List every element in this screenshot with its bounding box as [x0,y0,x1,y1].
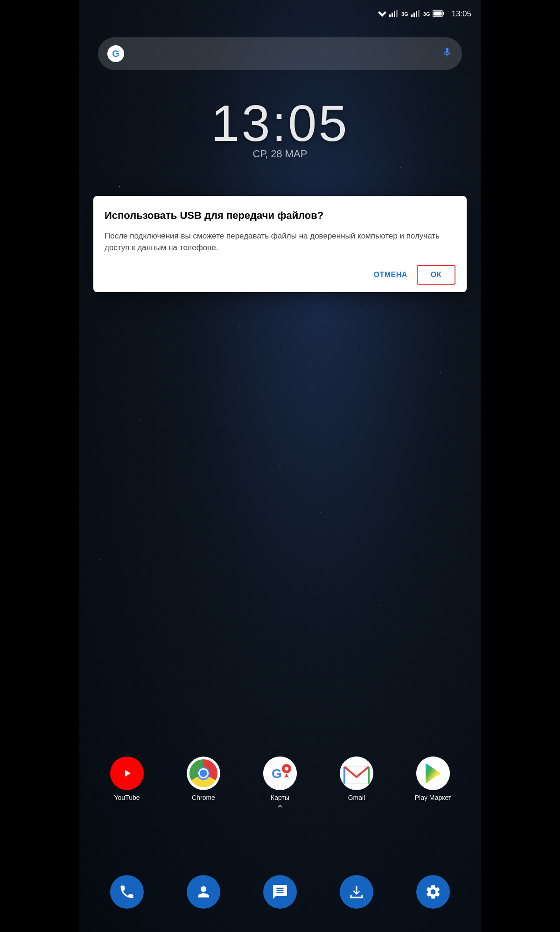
svg-rect-4 [396,10,398,17]
mic-icon[interactable] [441,47,453,61]
dialog-body: После подключения вы сможете передавать … [105,230,455,254]
dock-settings[interactable] [416,875,450,909]
svg-rect-1 [389,14,391,17]
status-bar: 3G 3G 13:05 [79,0,481,28]
app-youtube[interactable]: YouTube [104,757,150,801]
app-gmail-label: Gmail [348,794,365,801]
app-dock-row: YouTube Chrome [79,757,481,801]
svg-rect-8 [418,10,420,17]
search-bar[interactable]: G [98,37,462,70]
app-chrome-label: Chrome [192,794,215,801]
wifi-icon [378,10,386,18]
svg-rect-5 [411,14,413,17]
svg-rect-10 [434,11,442,15]
app-play[interactable]: Play Маркет [410,757,456,801]
phone-frame: 3G 3G 13:05 [79,0,481,932]
arrow-up: ⌃ [79,803,481,815]
app-youtube-label: YouTube [114,794,140,801]
clock-date: СР, 28 МАР [79,148,481,160]
cancel-button[interactable]: ОТМЕНА [364,265,416,285]
svg-rect-7 [416,11,417,17]
dock-contacts[interactable] [187,875,220,909]
ok-button[interactable]: ОК [417,265,455,285]
play-icon [416,757,450,790]
svg-marker-0 [378,11,386,17]
app-maps[interactable]: G Карты [257,757,303,801]
clock-display: 13:05 СР, 28 МАР [79,93,481,160]
bottom-dock [79,875,481,909]
app-play-label: Play Маркет [415,794,452,801]
status-icons: 3G 3G 13:05 [378,9,471,19]
signal-3g-icon-1 [389,10,399,18]
app-gmail[interactable]: Gmail [333,757,380,801]
dialog-title: Использовать USB для передачи файлов? [105,209,455,223]
app-maps-label: Карты [271,794,289,801]
usb-dialog: Использовать USB для передачи файлов? По… [93,196,467,292]
svg-rect-2 [392,13,393,17]
svg-text:G: G [272,766,282,781]
dock-files[interactable] [340,875,373,909]
signal-3g-icon-2 [411,10,420,19]
status-time: 13:05 [451,9,471,19]
signal-3g-label-1: 3G [401,11,408,17]
battery-icon [433,10,445,18]
svg-point-17 [200,770,207,777]
svg-rect-11 [443,12,444,15]
clock-time: 13:05 [79,93,481,153]
dialog-buttons: ОТМЕНА ОК [105,265,455,285]
dock-messages[interactable] [263,875,297,909]
google-logo: G [107,45,124,62]
svg-rect-6 [413,13,415,17]
svg-rect-3 [394,11,395,17]
signal-3g-label-2: 3G [423,11,430,17]
chrome-icon [187,757,220,790]
maps-icon: G [263,757,297,790]
gmail-icon [340,757,373,790]
svg-point-21 [285,767,288,771]
youtube-icon [110,757,144,790]
dock-phone[interactable] [110,875,144,909]
app-chrome[interactable]: Chrome [180,757,227,801]
